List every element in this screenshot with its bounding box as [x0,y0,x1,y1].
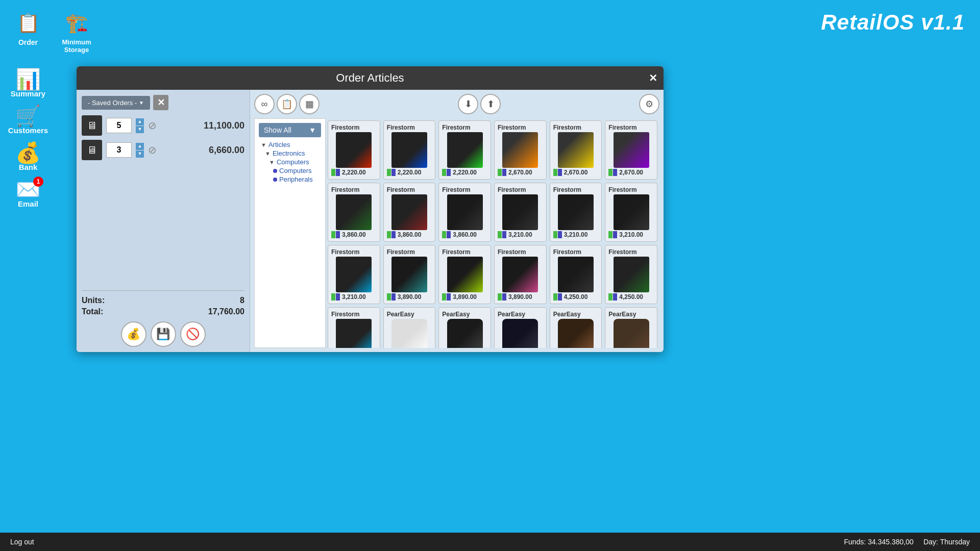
product-img-13 [391,257,427,292]
product-name-21: PearEasy [498,311,543,318]
sidebar-item-minimum-storage[interactable]: 🏗️ Minimum Storage [54,5,100,56]
product-card-2[interactable]: Firestorm2,220.00 [438,120,491,180]
modal-body: - Saved Orders - ▼ ✕ 🖥 ▲ ▼ ⊘ 11,100.00 🖥 [77,90,664,352]
save-order-button[interactable]: 💾 [151,321,176,347]
product-card-11[interactable]: Firestorm3,210.00 [605,183,657,242]
product-price-6: 3,860.00 [342,231,366,238]
logout-button[interactable]: Log out [10,538,34,546]
product-card-7[interactable]: Firestorm3,860.00 [383,183,436,242]
product-price-row-9: 3,210.00 [498,231,543,238]
sidebar-item-email[interactable]: ✉️ 1 Email [5,177,51,211]
cat-peripherals[interactable]: Peripherals [261,175,321,184]
product-card-15[interactable]: Firestorm3,890.00 [494,245,547,304]
sidebar-item-summary[interactable]: 📊 Summary [5,66,51,101]
cat-electronics[interactable]: ▼ Electronics [261,149,321,158]
modal-close-button[interactable]: ✕ [649,72,657,84]
grid-view-button[interactable]: ▦ [299,94,320,114]
product-card-8[interactable]: Firestorm3,860.00 [438,183,491,242]
sidebar-item-customers[interactable]: 🛒 Customers [5,103,51,137]
cancel-order-button[interactable]: 🚫 [180,321,206,347]
product-img-7 [391,194,427,230]
list-view-button[interactable]: 📋 [277,94,297,114]
product-card-19[interactable]: PearEasy2,430.00 [383,307,436,348]
sidebar-item-order[interactable]: 📋 Order [5,5,51,56]
qty-down-2[interactable]: ▼ [136,151,144,158]
product-card-10[interactable]: Firestorm3,210.00 [550,183,602,242]
price-bar-6 [331,231,340,238]
qty-up-2[interactable]: ▲ [136,143,144,150]
product-card-0[interactable]: Firestorm2,220.00 [328,120,380,180]
product-img-22 [558,319,594,348]
product-card-16[interactable]: Firestorm4,250.00 [550,245,602,304]
product-img-21 [502,319,538,348]
price-bar-2 [442,169,451,176]
clear-orders-button[interactable]: ✕ [153,95,168,110]
cancel-item-2[interactable]: ⊘ [148,144,157,156]
modal-header: Order Articles ✕ [77,66,664,90]
product-card-5[interactable]: Firestorm2,670.00 [605,120,657,180]
product-card-9[interactable]: Firestorm3,210.00 [494,183,547,242]
product-price-row-7: 3,860.00 [387,231,432,238]
product-card-21[interactable]: PearEasy2,430.00 [494,307,547,348]
product-card-4[interactable]: Firestorm2,670.00 [550,120,602,180]
product-price-row-0: 2,220.00 [331,169,377,176]
price-bar-4 [553,169,562,176]
funds-info: Funds: 34.345.380,00 [844,538,914,546]
total-row: Total: 17,760.00 [82,307,244,316]
computers-label: Computers [279,167,312,174]
toolbar-right: ⚙ [639,94,659,114]
saved-orders-button[interactable]: - Saved Orders - ▼ [82,96,150,110]
sidebar-item-bank[interactable]: 💰 Bank [5,140,51,174]
articles-arrow: ▼ [261,142,266,148]
saved-orders-arrow: ▼ [139,100,144,106]
branding-title: RetailOS v1.1 [821,10,965,35]
product-img-18 [336,319,372,348]
saved-orders-label: - Saved Orders - [88,99,137,107]
sort-asc-button[interactable]: ⬆ [480,94,501,114]
product-price-row-15: 3,890.00 [498,293,543,300]
all-button[interactable]: ∞ [254,94,275,114]
sidebar-item-order-label: Order [18,38,38,46]
cat-computers-group[interactable]: ▼ Computers [261,158,321,166]
show-all-label: Show All [264,126,291,134]
order-left-panel: - Saved Orders - ▼ ✕ 🖥 ▲ ▼ ⊘ 11,100.00 🖥 [77,90,250,352]
sidebar-item-bank-label: Bank [19,163,38,171]
product-name-11: Firestorm [608,186,654,193]
sort-desc-button[interactable]: ⬇ [458,94,478,114]
product-price-1: 2,220.00 [398,169,422,176]
qty-down-1[interactable]: ▼ [136,126,144,133]
product-price-row-12: 3,210.00 [331,293,377,300]
qty-up-1[interactable]: ▲ [136,118,144,126]
cat-articles[interactable]: ▼ Articles [261,140,321,149]
right-content: Show All ▼ ▼ Articles ▼ Electronics [254,118,659,348]
product-card-14[interactable]: Firestorm3,890.00 [438,245,491,304]
product-card-17[interactable]: Firestorm4,250.00 [605,245,657,304]
product-card-13[interactable]: Firestorm3,890.00 [383,245,436,304]
product-name-3: Firestorm [498,124,543,131]
price-bar-13 [387,293,396,300]
product-card-23[interactable]: PearEasy3,060.00 [605,307,657,348]
confirm-payment-button[interactable]: 💰 [121,321,146,347]
product-card-22[interactable]: PearEasy3,060.00 [550,307,602,348]
product-img-15 [502,257,538,292]
peripherals-dot [273,178,277,182]
product-card-3[interactable]: Firestorm2,670.00 [494,120,547,180]
item-price-1: 11,100.00 [204,120,244,131]
product-card-6[interactable]: Firestorm3,860.00 [328,183,380,242]
cat-computers[interactable]: Computers [261,166,321,175]
bank-icon: 💰 [15,142,41,163]
cancel-item-1[interactable]: ⊘ [148,119,157,132]
show-all-header[interactable]: Show All ▼ [259,123,321,137]
product-img-6 [336,194,372,230]
product-card-12[interactable]: Firestorm3,210.00 [328,245,380,304]
computers-dot [273,169,277,173]
product-card-1[interactable]: Firestorm2,220.00 [383,120,436,180]
right-toolbar: ∞ 📋 ▦ ⬇ ⬆ ⚙ [254,94,659,114]
summary-icon: 📊 [15,69,41,89]
item-qty-1[interactable] [106,118,132,133]
settings-button[interactable]: ⚙ [639,94,659,114]
product-card-20[interactable]: PearEasy2,430.00 [438,307,491,348]
item-qty-2[interactable] [106,142,132,158]
product-price-16: 4,250.00 [564,293,588,300]
product-card-18[interactable]: Firestorm4,250.00 [328,307,380,348]
